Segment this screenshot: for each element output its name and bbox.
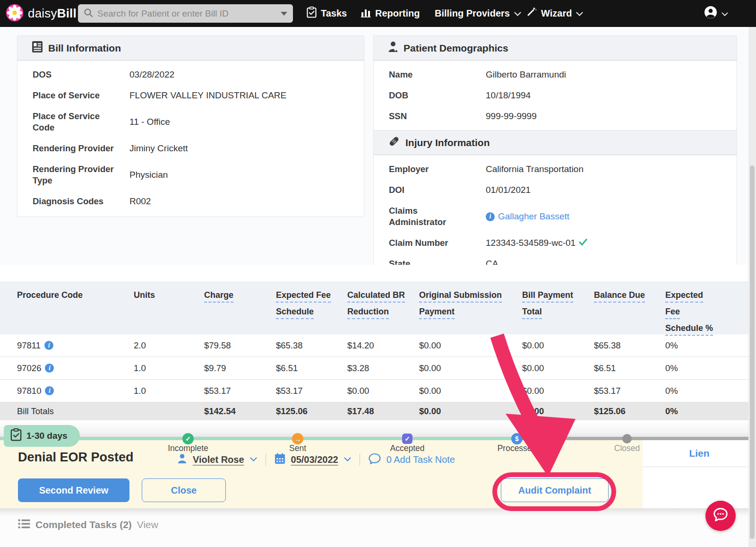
verified-check-icon xyxy=(579,237,587,249)
table-header-row: Procedure Code Units Charge Expected Fee… xyxy=(0,281,756,334)
support-chat-button[interactable] xyxy=(705,501,736,531)
audit-complaint-button[interactable]: Audit Complaint xyxy=(501,478,609,502)
nav-account-menu[interactable] xyxy=(704,6,728,21)
age-badge: 1-30 days xyxy=(4,425,80,447)
timeline-label-accepted: Accepted xyxy=(369,443,445,453)
scrollbar-thumb[interactable] xyxy=(750,165,755,539)
info-icon[interactable] xyxy=(44,341,53,350)
patient-info-row: DOB 10/18/1994 xyxy=(374,85,737,106)
nav-wizard[interactable]: Wizard xyxy=(525,7,583,20)
nav-reporting[interactable]: Reporting xyxy=(361,7,420,20)
completed-tasks-view-link[interactable]: View xyxy=(137,519,158,530)
patient-demographics-card: Patient Demographics Name Gilberto Barra… xyxy=(373,35,737,132)
brand-name: daisyBill xyxy=(28,6,77,21)
bill-information-header: Bill Information xyxy=(17,36,364,61)
table-row: 97810 1.0 $53.17 $53.17 $0.00 $0.00 $0.0… xyxy=(0,380,756,402)
bill-info-row: Place of Service Code 11 - Office xyxy=(17,106,364,138)
timeline-step-incomplete-icon[interactable] xyxy=(182,433,194,444)
add-task-note-link[interactable]: 0 Add Task Note xyxy=(387,454,455,465)
bill-info-row: Place of Service FLOWER VALLEY INDUSTRIA… xyxy=(17,85,364,106)
injury-info-row: DOI 01/01/2021 xyxy=(374,180,737,200)
bill-status-timeline xyxy=(0,437,756,440)
card-bottom-shadow xyxy=(0,420,756,437)
daisybill-logo[interactable]: daisyBill xyxy=(6,4,77,24)
procedure-table: Procedure Code Units Charge Expected Fee… xyxy=(0,265,756,420)
bill-info-row: Rendering Provider Jiminy Crickett xyxy=(17,138,364,159)
col-units: Units xyxy=(134,289,155,301)
injury-information-card: Injury Information Employer California T… xyxy=(373,130,737,279)
task-note-bubble-icon xyxy=(369,453,381,466)
timeline-label-closed: Closed xyxy=(589,443,665,453)
bill-information-title: Bill Information xyxy=(48,43,121,54)
search-icon xyxy=(84,8,93,19)
patient-person-icon xyxy=(388,41,398,55)
col-expected-fee-schedule[interactable]: Expected Fee xyxy=(276,289,331,303)
injury-info-row: Employer California Transportation xyxy=(374,159,737,180)
patient-info-row: SSN 999-99-9999 xyxy=(374,106,737,127)
timeline-step-sent-icon[interactable] xyxy=(292,433,303,444)
patient-info-row: Name Gilberto Barramundi xyxy=(374,64,737,85)
daisy-flower-icon xyxy=(6,4,24,24)
nav-billing-providers[interactable]: Billing Providers xyxy=(435,8,521,19)
timeline-step-processed-icon[interactable] xyxy=(511,433,523,444)
timeline-label-sent: Sent xyxy=(260,443,335,453)
col-expected-fee-schedule-pct[interactable]: Expected xyxy=(665,289,703,303)
nav-billing-providers-label: Billing Providers xyxy=(435,8,510,19)
chat-bubble-icon xyxy=(712,506,730,526)
age-badge-label: 1-30 days xyxy=(26,431,68,441)
info-icon[interactable] xyxy=(486,212,495,221)
user-avatar-icon xyxy=(704,6,717,21)
injury-information-header: Injury Information xyxy=(374,130,737,155)
bill-information-card: Bill Information DOS 03/28/2022 Place of… xyxy=(17,35,364,217)
table-row: 97026 1.0 $9.79 $6.51 $3.28 $0.00 $0.00 … xyxy=(0,357,756,380)
bill-info-row: Rendering Provider Type Physician xyxy=(17,159,364,191)
wizard-wand-icon xyxy=(525,7,537,20)
task-title: Denial EOR Posted xyxy=(18,450,134,465)
assignee-name[interactable]: Violet Rose xyxy=(193,454,244,465)
task-meta-row: Violet Rose 05/03/2022 0 Add Task Note xyxy=(177,453,455,466)
calendar-icon xyxy=(275,453,285,466)
col-charge[interactable]: Charge xyxy=(204,289,233,303)
close-button[interactable]: Close xyxy=(142,478,226,502)
task-list-icon xyxy=(18,519,30,531)
chevron-down-icon xyxy=(576,8,583,19)
divider xyxy=(266,453,266,466)
chevron-down-icon xyxy=(514,8,521,19)
nav-tasks[interactable]: Tasks xyxy=(307,7,347,20)
task-date[interactable]: 05/03/2022 xyxy=(291,454,338,465)
bandage-icon xyxy=(388,135,400,150)
patient-demographics-header: Patient Demographics xyxy=(374,36,737,61)
info-icon[interactable] xyxy=(45,386,54,395)
col-balance-due[interactable]: Balance Due xyxy=(594,289,645,303)
col-bill-payment-total[interactable]: Bill Payment xyxy=(522,289,573,303)
search-dropdown-caret-icon[interactable] xyxy=(281,12,287,16)
chevron-down-icon[interactable] xyxy=(344,455,351,464)
top-nav: daisyBill Tasks Reporting Billing Provid… xyxy=(0,0,756,27)
chevron-down-icon xyxy=(722,8,728,19)
timeline-label-processed: Processed xyxy=(479,443,555,453)
table-row: 97811 2.0 $79.58 $65.38 $14.20 $0.00 $0.… xyxy=(0,334,756,357)
search-input[interactable] xyxy=(97,9,281,19)
col-calculated-br-reduction[interactable]: Calculated BR xyxy=(347,289,405,303)
bill-info-row: DOS 03/28/2022 xyxy=(17,64,364,85)
injury-info-row: Claims Administrator Gallagher Bassett xyxy=(374,200,737,233)
table-totals-row: Bill Totals $142.54 $125.06 $17.48 $0.00… xyxy=(0,402,756,420)
timeline-step-closed-icon[interactable] xyxy=(622,434,632,443)
second-review-button[interactable]: Second Review xyxy=(18,478,129,502)
scrollbar-track xyxy=(748,27,756,547)
nav-tasks-label: Tasks xyxy=(321,8,347,19)
chevron-down-icon[interactable] xyxy=(250,455,257,464)
global-search[interactable] xyxy=(78,4,293,23)
nav-wizard-label: Wizard xyxy=(541,8,572,19)
timeline-step-accepted-icon[interactable] xyxy=(402,434,412,444)
nav-reporting-label: Reporting xyxy=(375,8,420,19)
col-original-submission-payment[interactable]: Original Submission xyxy=(419,289,502,303)
patient-demographics-title: Patient Demographics xyxy=(404,43,508,54)
injury-information-title: Injury Information xyxy=(405,137,490,148)
injury-info-row: Claim Number 123343-534589-wc-01 xyxy=(374,233,737,253)
claims-administrator-link[interactable]: Gallagher Bassett xyxy=(498,211,569,222)
bill-info-row: Diagnosis Codes R002 xyxy=(17,191,364,212)
divider xyxy=(360,453,360,466)
info-icon[interactable] xyxy=(45,364,54,373)
completed-tasks-label: Completed Tasks (2) xyxy=(35,519,132,530)
